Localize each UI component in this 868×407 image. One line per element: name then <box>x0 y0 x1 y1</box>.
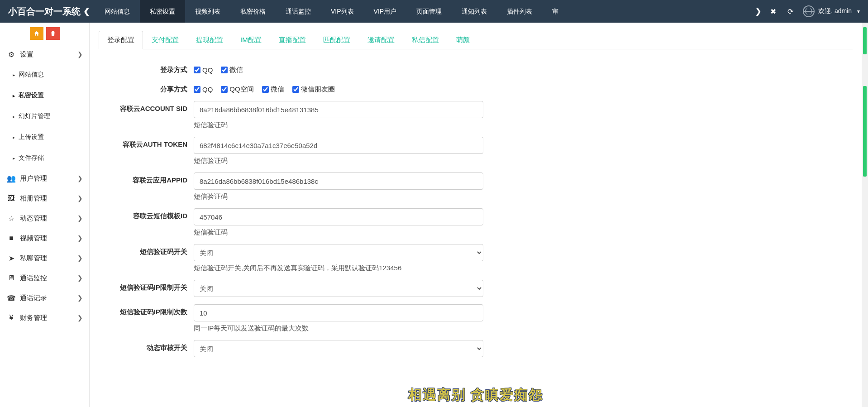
sidebar-item-0-4[interactable]: ▸文件存储 <box>0 148 89 168</box>
checkbox-label: QQ <box>202 66 213 74</box>
label-dyn-audit: 动态审核开关 <box>99 340 194 352</box>
checkbox-label: QQ <box>202 86 213 93</box>
triangle-right-icon: ▸ <box>13 93 15 98</box>
share-checkbox-0[interactable] <box>194 86 200 93</box>
topnav-item-9[interactable]: 插件列表 <box>497 0 542 23</box>
globe-icon <box>803 5 815 17</box>
topnav-item-2[interactable]: 视频列表 <box>185 0 230 23</box>
caret-down-icon: ▼ <box>856 9 861 14</box>
chevron-right-icon: ❯ <box>77 175 83 182</box>
tab-3[interactable]: IM配置 <box>232 31 270 49</box>
brand: 小百合一对一系统 ❮ <box>0 5 95 18</box>
login-checkbox-0[interactable] <box>194 67 200 73</box>
topnav-item-1[interactable]: 私密设置 <box>140 0 185 23</box>
share-checkbox-1[interactable] <box>221 86 228 93</box>
triangle-right-icon: ▸ <box>13 72 15 77</box>
sidebar-group-0[interactable]: ⚙设置❯ <box>0 44 89 64</box>
select-dyn-audit[interactable]: 关闭 <box>194 340 483 357</box>
sidebar-item-0-2[interactable]: ▸幻灯片管理 <box>0 106 89 127</box>
topnav-item-7[interactable]: 页面管理 <box>406 0 452 23</box>
input-tpl-id[interactable] <box>194 208 483 225</box>
sidebar-group-2[interactable]: 🖼相册管理❯ <box>0 188 89 208</box>
sidebar-group-1[interactable]: 👥用户管理❯ <box>0 168 89 188</box>
topnav-item-0[interactable]: 网站信息 <box>95 0 140 23</box>
close-icon[interactable]: ✖ <box>768 7 777 16</box>
sidebar-group-label: 财务管理 <box>20 314 47 322</box>
help-app-id: 短信验证码 <box>194 192 497 201</box>
label-app-id: 容联云应用APPID <box>99 172 194 185</box>
tab-6[interactable]: 邀请配置 <box>359 31 403 49</box>
chevron-right-icon: ❯ <box>77 215 83 222</box>
tab-0[interactable]: 登录配置 <box>99 31 143 49</box>
content: 登录配置支付配置提现配置IM配置直播配置匹配配置邀请配置私信配置萌颜 登录方式 … <box>90 23 862 407</box>
share-checkbox-3[interactable] <box>292 86 299 93</box>
share-option-0[interactable]: QQ <box>194 86 213 93</box>
help-sms-switch: 短信验证码开关,关闭后不再发送真实验证码，采用默认验证码123456 <box>194 264 497 273</box>
right-scroll-indicator <box>862 23 868 407</box>
home-icon <box>33 30 40 37</box>
chevron-right-icon: ❯ <box>77 294 83 302</box>
collapse-sidebar-icon[interactable]: ❮ <box>83 6 90 16</box>
topnav-item-10[interactable]: 审 <box>542 0 568 23</box>
login-option-0[interactable]: QQ <box>194 66 213 74</box>
label-ip-switch: 短信验证码IP限制开关 <box>99 280 194 292</box>
sidebar-group-5[interactable]: ➤私聊管理❯ <box>0 248 89 268</box>
topnav-next-icon[interactable]: ❯ <box>752 0 764 23</box>
share-checkbox-2[interactable] <box>262 86 269 93</box>
share-option-2[interactable]: 微信 <box>262 85 284 94</box>
sidebar-group-3[interactable]: ☆动态管理❯ <box>0 208 89 228</box>
tab-8[interactable]: 萌颜 <box>448 31 478 49</box>
login-option-1[interactable]: 微信 <box>221 66 243 74</box>
topnav: 网站信息私密设置视频列表私密价格通话监控VIP列表VIP用户页面管理通知列表插件… <box>95 0 752 23</box>
sidebar-group-6[interactable]: 🖥通话监控❯ <box>0 268 89 288</box>
topnav-item-6[interactable]: VIP用户 <box>364 0 407 23</box>
label-sms-switch: 短信验证码开关 <box>99 244 194 256</box>
sidebar-item-label: 文件存储 <box>19 154 44 162</box>
tab-5[interactable]: 匹配配置 <box>315 31 359 49</box>
topnav-item-3[interactable]: 私密价格 <box>230 0 276 23</box>
refresh-icon[interactable]: ⟳ <box>786 7 795 16</box>
sidebar-item-label: 私密设置 <box>19 91 44 100</box>
topbar: 小百合一对一系统 ❮ 网站信息私密设置视频列表私密价格通话监控VIP列表VIP用… <box>0 0 868 23</box>
tab-1[interactable]: 支付配置 <box>143 31 187 49</box>
triangle-right-icon: ▸ <box>13 156 15 161</box>
chevron-right-icon: ❯ <box>77 51 83 58</box>
chevron-right-icon: ❯ <box>77 274 83 282</box>
checkbox-label: QQ空间 <box>229 85 253 94</box>
select-ip-switch[interactable]: 关闭 <box>194 280 483 297</box>
help-auth-token: 短信验证码 <box>194 157 497 165</box>
chevron-right-icon: ❯ <box>77 195 83 202</box>
share-option-1[interactable]: QQ空间 <box>221 85 253 94</box>
topnav-item-5[interactable]: VIP列表 <box>321 0 364 23</box>
share-option-3[interactable]: 微信朋友圈 <box>292 85 335 94</box>
triangle-right-icon: ▸ <box>13 135 15 140</box>
input-app-id[interactable] <box>194 172 483 190</box>
label-login-method: 登录方式 <box>99 62 194 74</box>
tab-2[interactable]: 提现配置 <box>187 31 232 49</box>
checkbox-label: 微信 <box>229 66 243 74</box>
topnav-item-8[interactable]: 通知列表 <box>452 0 497 23</box>
input-ip-count[interactable] <box>194 304 483 321</box>
input-account-sid[interactable] <box>194 101 483 118</box>
sidebar-group-4[interactable]: ■视频管理❯ <box>0 228 89 248</box>
delete-button[interactable] <box>46 27 60 40</box>
sidebar-item-0-1[interactable]: ▸私密设置 <box>0 85 89 106</box>
sidebar-group-label: 相册管理 <box>20 194 47 203</box>
sidebar-item-0-0[interactable]: ▸网站信息 <box>0 64 89 85</box>
home-button[interactable] <box>30 27 43 40</box>
tab-7[interactable]: 私信配置 <box>403 31 448 49</box>
login-checkbox-1[interactable] <box>221 67 228 73</box>
sidebar-group-icon: ■ <box>6 234 16 242</box>
sidebar-group-icon: ☆ <box>6 214 16 223</box>
topnav-item-4[interactable]: 通话监控 <box>276 0 321 23</box>
user-menu[interactable]: 欢迎, admin ▼ <box>803 5 861 17</box>
input-auth-token[interactable] <box>194 137 483 154</box>
label-share-method: 分享方式 <box>99 81 194 94</box>
sidebar-group-label: 通话监控 <box>20 274 47 283</box>
select-sms-switch[interactable]: 关闭 <box>194 244 483 261</box>
sidebar-item-label: 上传设置 <box>19 133 44 141</box>
sidebar-item-0-3[interactable]: ▸上传设置 <box>0 127 89 148</box>
tab-4[interactable]: 直播配置 <box>270 31 315 49</box>
sidebar-group-7[interactable]: ☎通话记录❯ <box>0 288 89 308</box>
sidebar-group-8[interactable]: ¥财务管理❯ <box>0 308 89 328</box>
